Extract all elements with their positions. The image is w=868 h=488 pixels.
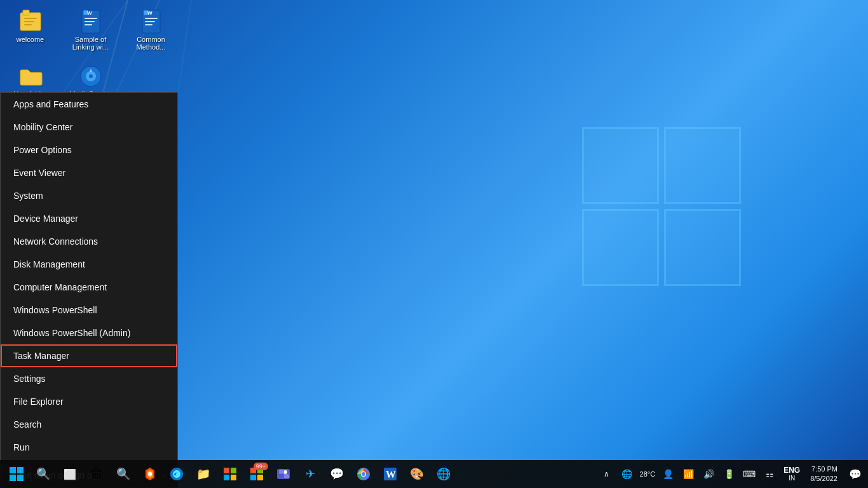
desktop-icon-welcome[interactable]: welcome bbox=[6, 6, 54, 53]
tray-notification-button[interactable]: 💬 bbox=[845, 460, 865, 488]
menu-item-settings[interactable]: Settings bbox=[1, 367, 177, 390]
taskbar-icon-word[interactable]: W bbox=[377, 460, 403, 488]
taskbar-icon-whatsapp[interactable]: 💬 bbox=[324, 460, 349, 488]
svg-rect-13 bbox=[145, 18, 158, 19]
start-button[interactable] bbox=[4, 460, 29, 488]
taskbar-icon-teams[interactable] bbox=[271, 460, 296, 488]
menu-item-disk-management[interactable]: Disk Management bbox=[1, 253, 177, 276]
folder-icon bbox=[18, 64, 43, 89]
tray-wifi-icon[interactable]: 📶 bbox=[679, 460, 697, 488]
svg-rect-15 bbox=[145, 24, 153, 25]
taskbar: 🔍 ⬜ 🏛 🔍 bbox=[0, 460, 868, 488]
taskbar-icon-store[interactable] bbox=[217, 460, 243, 488]
menu-item-mobility-center[interactable]: Mobility Center bbox=[1, 116, 177, 139]
taskbar-icon-search2[interactable]: 🔍 bbox=[111, 460, 136, 488]
menu-item-search[interactable]: Search bbox=[1, 413, 177, 436]
desktop-icon-sample[interactable]: W Sample ofLinking wi... bbox=[67, 6, 114, 53]
tray-person-icon[interactable]: 👤 bbox=[659, 460, 677, 488]
tray-time: 7:50 PM bbox=[810, 464, 837, 474]
taskbar-icon-telegram[interactable]: ✈ bbox=[297, 460, 323, 488]
svg-rect-4 bbox=[24, 24, 32, 25]
svg-rect-9 bbox=[85, 24, 92, 25]
tray-date: 8/5/2022 bbox=[810, 474, 837, 484]
taskbar-icon-weather[interactable]: 🌐 bbox=[431, 460, 456, 488]
menu-item-windows-powershell-admin[interactable]: Windows PowerShell (Admin) bbox=[1, 322, 177, 344]
tray-clock[interactable]: 7:50 PM 8/5/2022 bbox=[805, 464, 843, 484]
tray-keyboard-icon[interactable]: ⌨ bbox=[740, 460, 758, 488]
svg-rect-20 bbox=[10, 467, 16, 473]
taskbar-icon-temple[interactable]: 🏛 bbox=[84, 460, 109, 488]
taskbar-left: 🔍 ⬜ 🏛 🔍 bbox=[0, 460, 456, 488]
tray-temp[interactable]: 28°C bbox=[639, 460, 657, 488]
tray-volume-icon[interactable]: 🔊 bbox=[700, 460, 717, 488]
menu-item-task-manager[interactable]: Task Manager bbox=[1, 344, 177, 367]
menu-item-event-viewer[interactable]: Event Viewer bbox=[1, 161, 177, 184]
sample-icon: W bbox=[78, 9, 104, 34]
sample-label: Sample ofLinking wi... bbox=[72, 36, 109, 51]
tray-battery-icon[interactable]: 🔋 bbox=[720, 460, 738, 488]
taskbar-icon-badge[interactable]: 99+ bbox=[244, 460, 269, 488]
common-icon: W bbox=[139, 9, 164, 34]
welcome-icon bbox=[18, 9, 43, 34]
menu-item-device-manager[interactable]: Device Manager bbox=[1, 207, 177, 230]
svg-rect-23 bbox=[17, 475, 24, 481]
svg-rect-3 bbox=[24, 21, 34, 22]
taskbar-icon-edge[interactable] bbox=[164, 460, 189, 488]
common-label: CommonMethod... bbox=[137, 36, 166, 51]
svg-rect-30 bbox=[250, 475, 256, 480]
svg-rect-14 bbox=[145, 21, 155, 22]
taskbar-tray: ∧ 🌐 28°C 👤 📶 🔊 🔋 ⌨ ⚏ ENG IN bbox=[598, 460, 868, 488]
svg-rect-27 bbox=[231, 475, 236, 480]
task-view-button[interactable]: ⬜ bbox=[57, 460, 83, 488]
windows-logo bbox=[582, 127, 741, 286]
svg-rect-21 bbox=[17, 467, 24, 473]
tray-show-hidden[interactable]: ∧ bbox=[598, 460, 616, 488]
tray-network-grid-icon[interactable]: ⚏ bbox=[761, 460, 778, 488]
tray-language[interactable]: ENG IN bbox=[781, 466, 803, 482]
svg-rect-2 bbox=[24, 18, 37, 19]
svg-text:W: W bbox=[87, 10, 92, 16]
svg-rect-25 bbox=[231, 468, 236, 473]
tray-network-icon[interactable]: 🌐 bbox=[618, 460, 636, 488]
svg-rect-7 bbox=[85, 18, 97, 19]
taskbar-icon-paint[interactable]: 🎨 bbox=[404, 460, 430, 488]
menu-item-run[interactable]: Run bbox=[1, 436, 177, 459]
svg-point-19 bbox=[89, 74, 93, 78]
desktop-icon-row-1: welcome W Sample ofLinking wi... bbox=[6, 6, 175, 53]
media-icon bbox=[78, 64, 104, 89]
svg-rect-8 bbox=[85, 21, 95, 22]
svg-rect-22 bbox=[10, 475, 16, 481]
menu-item-computer-management[interactable]: Computer Management bbox=[1, 276, 177, 299]
desktop: welcome W Sample ofLinking wi... bbox=[0, 0, 868, 488]
welcome-label: welcome bbox=[17, 36, 44, 43]
svg-text:W: W bbox=[386, 469, 396, 480]
svg-rect-31 bbox=[257, 475, 263, 480]
menu-item-network-connections[interactable]: Network Connections bbox=[1, 230, 177, 253]
svg-rect-26 bbox=[224, 475, 229, 480]
svg-rect-24 bbox=[224, 468, 229, 473]
svg-point-38 bbox=[362, 472, 365, 476]
menu-item-file-explorer[interactable]: File Explorer bbox=[1, 390, 177, 413]
taskbar-search[interactable]: 🔍 bbox=[31, 460, 56, 488]
menu-item-apps-features[interactable]: Apps and Features bbox=[1, 93, 177, 116]
taskbar-icon-chrome[interactable] bbox=[351, 460, 376, 488]
menu-item-windows-powershell[interactable]: Windows PowerShell bbox=[1, 299, 177, 322]
taskbar-icon-brave[interactable] bbox=[137, 460, 163, 488]
taskbar-icon-explorer[interactable]: 📁 bbox=[191, 460, 216, 488]
menu-item-system[interactable]: System bbox=[1, 184, 177, 207]
badge-count: 99+ bbox=[254, 463, 268, 470]
svg-rect-1 bbox=[23, 10, 29, 15]
context-menu: Apps and Features Mobility Center Power … bbox=[0, 92, 178, 488]
menu-item-power-options[interactable]: Power Options bbox=[1, 139, 177, 161]
desktop-icon-common[interactable]: W CommonMethod... bbox=[127, 6, 175, 53]
svg-text:W: W bbox=[147, 10, 153, 16]
desktop-icons: welcome W Sample ofLinking wi... bbox=[6, 6, 175, 100]
